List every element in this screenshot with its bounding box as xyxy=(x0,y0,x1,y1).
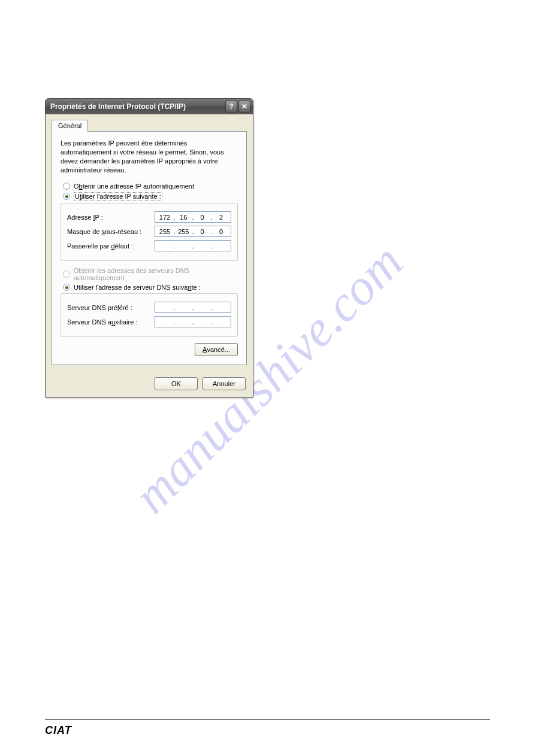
advanced-row: Avancé... xyxy=(61,343,238,356)
titlebar[interactable]: Propriétés de Internet Protocol (TCP/IP)… xyxy=(46,99,253,114)
footer-divider xyxy=(45,719,490,720)
subnet-mask-label: Masque de sous-réseau : xyxy=(67,228,155,235)
tabstrip: Général xyxy=(52,119,247,131)
dns-aux-label: Serveur DNS auxiliaire : xyxy=(67,318,155,326)
dns-aux-row: Serveur DNS auxiliaire : . . . xyxy=(67,316,231,327)
radio-obtain-dns-auto: Obtenir les adresses des serveurs DNS au… xyxy=(63,267,238,281)
dns-preferred-row: Serveur DNS préféré : . . . xyxy=(67,302,231,313)
cancel-button[interactable]: Annuler xyxy=(202,377,246,390)
dns-fieldgroup: Serveur DNS préféré : . . . Serveur DNS … xyxy=(61,293,238,337)
subnet-mask-row: Masque de sous-réseau : 255. 255. 0. 0 xyxy=(67,226,231,237)
radio-label: Utiliser l'adresse IP suivante : xyxy=(74,192,162,201)
ok-button[interactable]: OK xyxy=(155,377,198,390)
footer-logo: CIAT xyxy=(45,724,72,737)
dialog-title: Propriétés de Internet Protocol (TCP/IP) xyxy=(50,102,224,111)
radio-icon xyxy=(63,284,70,291)
radio-icon xyxy=(63,271,70,278)
radio-label: Utiliser l'adresse de serveur DNS suivan… xyxy=(74,284,201,291)
gateway-label: Passerelle par défaut : xyxy=(67,242,155,250)
dialog-body: Général Les paramètres IP peuvent être d… xyxy=(46,114,253,371)
dns-aux-input[interactable]: . . . xyxy=(155,316,231,327)
radio-label: Obtenir une adresse IP automatiquement xyxy=(74,183,194,190)
ip-address-label: Adresse IP : xyxy=(67,214,155,221)
radio-obtain-ip-auto[interactable]: Obtenir une adresse IP automatiquement xyxy=(63,183,238,190)
radio-use-dns[interactable]: Utiliser l'adresse de serveur DNS suivan… xyxy=(63,284,238,291)
dns-preferred-label: Serveur DNS préféré : xyxy=(67,304,155,311)
tab-panel-general: Les paramètres IP peuvent être déterminé… xyxy=(52,131,247,365)
radio-icon xyxy=(63,183,70,190)
close-button[interactable]: ✕ xyxy=(238,101,250,113)
advanced-button[interactable]: Avancé... xyxy=(195,343,238,356)
tcpip-properties-dialog: Propriétés de Internet Protocol (TCP/IP)… xyxy=(45,98,253,398)
gateway-input[interactable]: . . . xyxy=(155,240,231,251)
subnet-mask-input[interactable]: 255. 255. 0. 0 xyxy=(155,226,231,237)
help-button[interactable]: ? xyxy=(225,101,237,113)
ip-fieldgroup: Adresse IP : 172. 16. 0. 2 Masque de sou… xyxy=(61,203,238,261)
tab-general[interactable]: Général xyxy=(52,120,88,132)
dialog-footer: OK Annuler xyxy=(46,371,253,397)
dns-preferred-input[interactable]: . . . xyxy=(155,302,231,313)
description-text: Les paramètres IP peuvent être déterminé… xyxy=(61,139,238,174)
radio-use-ip[interactable]: Utiliser l'adresse IP suivante : xyxy=(63,192,238,201)
ip-address-input[interactable]: 172. 16. 0. 2 xyxy=(155,211,231,223)
ip-address-row: Adresse IP : 172. 16. 0. 2 xyxy=(67,211,231,223)
gateway-row: Passerelle par défaut : . . . xyxy=(67,240,231,251)
radio-icon xyxy=(63,193,70,200)
radio-label: Obtenir les adresses des serveurs DNS au… xyxy=(74,267,238,281)
